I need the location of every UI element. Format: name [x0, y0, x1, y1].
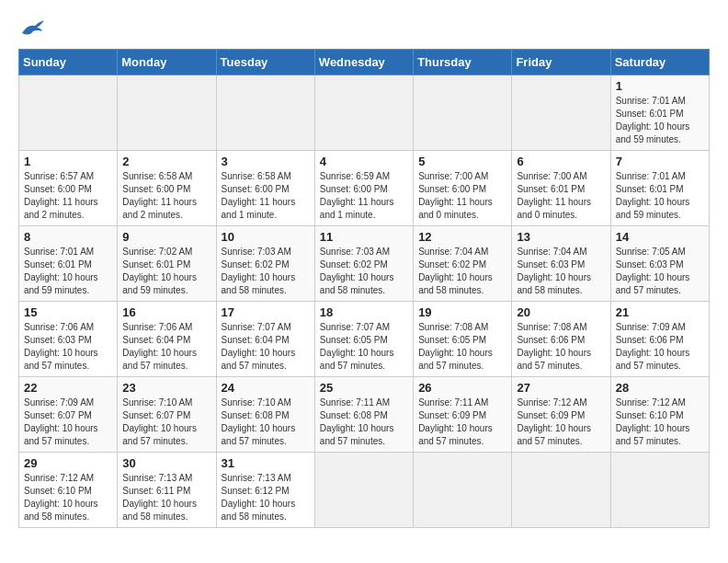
calendar-day: 14Sunrise: 7:05 AM Sunset: 6:03 PM Dayli… [610, 226, 709, 302]
calendar-day [216, 75, 314, 151]
day-number: 24 [222, 381, 310, 395]
day-number: 15 [24, 305, 112, 319]
day-number: 3 [222, 155, 310, 168]
day-number: 25 [320, 381, 408, 395]
calendar-day: 1Sunrise: 6:57 AM Sunset: 6:00 PM Daylig… [19, 151, 118, 226]
calendar-day: 9Sunrise: 7:02 AM Sunset: 6:01 PM Daylig… [118, 226, 216, 302]
calendar-day [414, 75, 512, 151]
day-number: 1 [24, 155, 112, 168]
day-info: Sunrise: 7:09 AM Sunset: 6:06 PM Dayligh… [616, 321, 704, 373]
calendar-week-2: 1Sunrise: 6:57 AM Sunset: 6:00 PM Daylig… [19, 151, 710, 226]
calendar-week-1: 1Sunrise: 7:01 AM Sunset: 6:01 PM Daylig… [19, 75, 710, 151]
day-info: Sunrise: 7:09 AM Sunset: 6:07 PM Dayligh… [24, 396, 112, 448]
calendar-day: 23Sunrise: 7:10 AM Sunset: 6:07 PM Dayli… [118, 377, 216, 453]
day-info: Sunrise: 6:58 AM Sunset: 6:00 PM Dayligh… [222, 170, 310, 222]
day-info: Sunrise: 7:12 AM Sunset: 6:10 PM Dayligh… [24, 472, 112, 523]
calendar-body: 1Sunrise: 7:01 AM Sunset: 6:01 PM Daylig… [19, 75, 710, 528]
day-info: Sunrise: 7:02 AM Sunset: 6:01 PM Dayligh… [122, 246, 210, 297]
calendar-day: 2Sunrise: 6:58 AM Sunset: 6:00 PM Daylig… [118, 151, 216, 226]
day-info: Sunrise: 7:06 AM Sunset: 6:04 PM Dayligh… [122, 321, 210, 373]
day-info: Sunrise: 7:03 AM Sunset: 6:02 PM Dayligh… [222, 246, 310, 297]
column-header-tuesday: Tuesday [216, 50, 314, 75]
calendar-day: 18Sunrise: 7:07 AM Sunset: 6:05 PM Dayli… [314, 302, 413, 377]
calendar-day: 26Sunrise: 7:11 AM Sunset: 6:09 PM Dayli… [414, 377, 512, 453]
day-number: 16 [122, 305, 210, 319]
calendar-day: 5Sunrise: 7:00 AM Sunset: 6:00 PM Daylig… [414, 151, 512, 226]
day-info: Sunrise: 7:12 AM Sunset: 6:10 PM Dayligh… [616, 396, 704, 448]
calendar-day: 8Sunrise: 7:01 AM Sunset: 6:01 PM Daylig… [19, 226, 118, 302]
day-number: 7 [616, 155, 704, 168]
calendar-day: 25Sunrise: 7:11 AM Sunset: 6:08 PM Dayli… [314, 377, 413, 453]
calendar-day: 19Sunrise: 7:08 AM Sunset: 6:05 PM Dayli… [414, 302, 512, 377]
day-number: 9 [122, 230, 210, 244]
day-info: Sunrise: 7:01 AM Sunset: 6:01 PM Dayligh… [616, 95, 704, 146]
day-info: Sunrise: 7:05 AM Sunset: 6:03 PM Dayligh… [616, 246, 704, 297]
calendar-week-4: 15Sunrise: 7:06 AM Sunset: 6:03 PM Dayli… [19, 302, 710, 377]
day-number: 21 [616, 305, 704, 319]
calendar-day [19, 75, 118, 151]
calendar-table: SundayMondayTuesdayWednesdayThursdayFrid… [18, 49, 710, 528]
calendar-day: 6Sunrise: 7:00 AM Sunset: 6:01 PM Daylig… [512, 151, 610, 226]
calendar-day: 13Sunrise: 7:04 AM Sunset: 6:03 PM Dayli… [512, 226, 610, 302]
calendar-day: 16Sunrise: 7:06 AM Sunset: 6:04 PM Dayli… [118, 302, 216, 377]
calendar-day [610, 453, 709, 528]
calendar-day [512, 453, 610, 528]
calendar-day: 29Sunrise: 7:12 AM Sunset: 6:10 PM Dayli… [19, 453, 118, 528]
calendar-day: 12Sunrise: 7:04 AM Sunset: 6:02 PM Dayli… [414, 226, 512, 302]
calendar-day: 31Sunrise: 7:13 AM Sunset: 6:12 PM Dayli… [216, 453, 314, 528]
calendar-week-5: 22Sunrise: 7:09 AM Sunset: 6:07 PM Dayli… [19, 377, 710, 453]
day-info: Sunrise: 6:59 AM Sunset: 6:00 PM Dayligh… [320, 170, 408, 222]
calendar-day [414, 453, 512, 528]
column-header-friday: Friday [512, 50, 610, 75]
day-number: 29 [24, 456, 112, 470]
calendar-day: 4Sunrise: 6:59 AM Sunset: 6:00 PM Daylig… [314, 151, 413, 226]
calendar-day: 3Sunrise: 6:58 AM Sunset: 6:00 PM Daylig… [216, 151, 314, 226]
day-info: Sunrise: 7:08 AM Sunset: 6:06 PM Dayligh… [517, 321, 605, 373]
calendar-day: 24Sunrise: 7:10 AM Sunset: 6:08 PM Dayli… [216, 377, 314, 453]
day-number: 2 [122, 155, 210, 168]
day-number: 22 [24, 381, 112, 395]
day-info: Sunrise: 7:11 AM Sunset: 6:08 PM Dayligh… [320, 396, 408, 448]
day-info: Sunrise: 7:10 AM Sunset: 6:08 PM Dayligh… [222, 396, 310, 448]
calendar-day: 10Sunrise: 7:03 AM Sunset: 6:02 PM Dayli… [216, 226, 314, 302]
day-number: 20 [517, 305, 605, 319]
day-info: Sunrise: 7:01 AM Sunset: 6:01 PM Dayligh… [616, 170, 704, 222]
day-info: Sunrise: 7:07 AM Sunset: 6:05 PM Dayligh… [320, 321, 408, 373]
day-info: Sunrise: 7:11 AM Sunset: 6:09 PM Dayligh… [418, 396, 506, 448]
calendar-day [512, 75, 610, 151]
day-number: 17 [222, 305, 310, 319]
day-number: 6 [517, 155, 605, 168]
calendar-day: 30Sunrise: 7:13 AM Sunset: 6:11 PM Dayli… [118, 453, 216, 528]
day-info: Sunrise: 7:03 AM Sunset: 6:02 PM Dayligh… [320, 246, 408, 297]
calendar-day: 20Sunrise: 7:08 AM Sunset: 6:06 PM Dayli… [512, 302, 610, 377]
day-number: 26 [418, 381, 506, 395]
day-info: Sunrise: 7:00 AM Sunset: 6:00 PM Dayligh… [418, 170, 506, 222]
day-info: Sunrise: 7:13 AM Sunset: 6:12 PM Dayligh… [222, 472, 310, 523]
calendar-day: 28Sunrise: 7:12 AM Sunset: 6:10 PM Dayli… [610, 377, 709, 453]
day-number: 31 [222, 456, 310, 470]
day-number: 8 [24, 230, 112, 244]
day-info: Sunrise: 7:04 AM Sunset: 6:03 PM Dayligh… [517, 246, 605, 297]
calendar-day: 1Sunrise: 7:01 AM Sunset: 6:01 PM Daylig… [610, 75, 709, 151]
day-info: Sunrise: 7:06 AM Sunset: 6:03 PM Dayligh… [24, 321, 112, 373]
calendar-week-6: 29Sunrise: 7:12 AM Sunset: 6:10 PM Dayli… [19, 453, 710, 528]
calendar-day: 17Sunrise: 7:07 AM Sunset: 6:04 PM Dayli… [216, 302, 314, 377]
calendar-header-row: SundayMondayTuesdayWednesdayThursdayFrid… [19, 50, 710, 75]
day-info: Sunrise: 7:07 AM Sunset: 6:04 PM Dayligh… [222, 321, 310, 373]
day-number: 23 [122, 381, 210, 395]
column-header-thursday: Thursday [414, 50, 512, 75]
day-number: 14 [616, 230, 704, 244]
calendar-day: 15Sunrise: 7:06 AM Sunset: 6:03 PM Dayli… [19, 302, 118, 377]
day-number: 30 [122, 456, 210, 470]
day-number: 19 [418, 305, 506, 319]
column-header-monday: Monday [118, 50, 216, 75]
day-number: 10 [222, 230, 310, 244]
day-info: Sunrise: 7:04 AM Sunset: 6:02 PM Dayligh… [418, 246, 506, 297]
logo-bird-icon [20, 18, 46, 39]
day-number: 5 [418, 155, 506, 168]
day-number: 1 [616, 79, 704, 93]
calendar-day: 27Sunrise: 7:12 AM Sunset: 6:09 PM Dayli… [512, 377, 610, 453]
logo-text [18, 18, 46, 43]
calendar-day: 7Sunrise: 7:01 AM Sunset: 6:01 PM Daylig… [610, 151, 709, 226]
calendar-day: 11Sunrise: 7:03 AM Sunset: 6:02 PM Dayli… [314, 226, 413, 302]
